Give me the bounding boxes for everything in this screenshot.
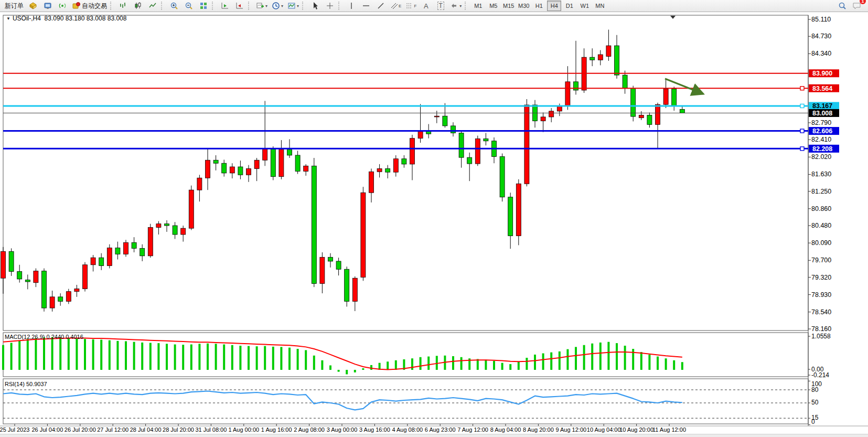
auto-trading-label: 自动交易: [82, 2, 107, 10]
svg-text:8 Aug 20:00: 8 Aug 20:00: [523, 427, 554, 433]
svg-text:80: 80: [811, 386, 819, 393]
zoom-out-icon[interactable]: [182, 0, 196, 12]
svg-text:82.410: 82.410: [811, 136, 831, 143]
svg-text:79.320: 79.320: [811, 274, 831, 281]
timeframe-H1[interactable]: H1: [532, 1, 546, 11]
chart-ohlc-values: 83.090 83.180 83.008 83.008: [45, 15, 127, 22]
svg-text:3 Aug 00:00: 3 Aug 00:00: [327, 427, 358, 433]
symbol-dropdown-icon[interactable]: ▼: [6, 16, 10, 21]
svg-text:7 Aug 12:00: 7 Aug 12:00: [457, 427, 488, 433]
timeframe-D1[interactable]: D1: [562, 1, 576, 11]
notification-badge: 1: [860, 0, 866, 4]
notifications-icon[interactable]: 1: [850, 0, 864, 12]
candle-chart-icon[interactable]: [131, 0, 145, 12]
chart-canvas[interactable]: 85.11084.73084.34082.79082.41082.02081.6…: [0, 0, 868, 437]
chevron-down-icon: ▾: [265, 4, 267, 8]
svg-text:84.730: 84.730: [811, 33, 831, 40]
svg-text:80.480: 80.480: [811, 222, 831, 229]
svg-text:31 Jul 08:00: 31 Jul 08:00: [195, 427, 227, 433]
fibonacci-icon-letter: F: [414, 4, 416, 8]
chevron-down-icon: ▾: [459, 4, 462, 8]
svg-text:6 Aug 23:00: 6 Aug 23:00: [425, 427, 456, 433]
new-chart-icon[interactable]: ▾: [254, 0, 269, 12]
new-order-button[interactable]: 新订单: [2, 0, 25, 12]
timeframe-M1[interactable]: M1: [471, 1, 485, 11]
fibonacci-icon[interactable]: F: [404, 0, 418, 12]
bar-chart-icon[interactable]: [116, 0, 130, 12]
svg-text:27 Jul 12:00: 27 Jul 12:00: [97, 427, 128, 433]
chevron-down-icon: ▾: [281, 4, 283, 8]
svg-text:1.0558: 1.0558: [811, 333, 831, 340]
svg-text:8 Aug 04:00: 8 Aug 04:00: [490, 427, 521, 433]
timeframe-M5[interactable]: M5: [486, 1, 500, 11]
svg-text:83.564: 83.564: [812, 85, 832, 92]
tile-windows-icon[interactable]: [197, 0, 210, 12]
svg-text:78.160: 78.160: [811, 325, 831, 333]
template-icon[interactable]: ▾: [286, 0, 301, 12]
svg-text:1 Aug 00:00: 1 Aug 00:00: [228, 427, 259, 433]
chevron-down-icon: ▾: [297, 4, 299, 8]
svg-text:81.630: 81.630: [811, 170, 831, 178]
svg-text:0: 0: [811, 418, 815, 425]
gold-cube-icon[interactable]: [26, 0, 40, 12]
svg-text:2 Aug 08:00: 2 Aug 08:00: [294, 427, 325, 433]
svg-text:-0.214: -0.214: [811, 371, 829, 379]
text-label-icon-letter: T: [437, 2, 444, 10]
chart-symbol: USOil-,H4: [13, 15, 41, 22]
svg-text:26 Jul 20:00: 26 Jul 20:00: [65, 427, 96, 433]
svg-text:81.250: 81.250: [811, 188, 831, 195]
svg-text:25 Jul 2023: 25 Jul 2023: [0, 427, 29, 433]
crosshair-icon[interactable]: [323, 0, 337, 12]
rsi-indicator-label: RSI(14) 50.9037: [5, 381, 47, 387]
svg-text:9 Aug 12:00: 9 Aug 12:00: [555, 427, 586, 433]
text-icon[interactable]: A: [419, 0, 433, 12]
trendline-icon[interactable]: [374, 0, 388, 12]
timeframe-H4[interactable]: H4: [547, 1, 561, 11]
new-order-label: 新订单: [5, 2, 24, 10]
svg-text:79.700: 79.700: [811, 257, 831, 264]
zoom-in-icon[interactable]: [167, 0, 181, 12]
svg-text:10 Aug 20:00: 10 Aug 20:00: [619, 427, 653, 433]
svg-text:10 Aug 04:00: 10 Aug 04:00: [587, 427, 621, 433]
svg-text:28 Jul 20:00: 28 Jul 20:00: [163, 427, 194, 433]
channel-icon-letter: E: [399, 4, 401, 8]
svg-text:85.110: 85.110: [811, 16, 831, 23]
signal-icon[interactable]: [56, 0, 69, 12]
cursor-icon[interactable]: [308, 0, 322, 12]
auto-scroll-icon[interactable]: [218, 0, 232, 12]
channel-icon[interactable]: E: [389, 0, 403, 12]
search-icon[interactable]: [835, 0, 849, 12]
toolbar-grip: [161, 2, 166, 10]
timeframe-W1[interactable]: W1: [577, 1, 592, 11]
svg-text:82.790: 82.790: [811, 119, 831, 126]
svg-text:83.900: 83.900: [812, 70, 832, 77]
svg-text:82.208: 82.208: [812, 145, 832, 153]
toolbar-grip: [302, 2, 307, 10]
svg-text:80.860: 80.860: [811, 205, 831, 212]
line-chart-icon[interactable]: [146, 0, 159, 12]
text-label-icon[interactable]: T: [434, 0, 447, 12]
auto-trading-button[interactable]: 自动交易: [70, 0, 109, 12]
toolbar-grip: [338, 2, 343, 10]
chart-shift-icon[interactable]: [233, 0, 247, 12]
timeframe-M30[interactable]: M30: [517, 1, 531, 11]
text-icon-letter: A: [424, 2, 428, 10]
timeframe-M15[interactable]: M15: [501, 1, 516, 11]
horizontal-line-icon[interactable]: [359, 0, 373, 12]
timeframe-MN[interactable]: MN: [593, 1, 607, 11]
svg-text:84.340: 84.340: [811, 50, 831, 57]
svg-text:11 Aug 12:00: 11 Aug 12:00: [652, 427, 686, 433]
svg-text:28 Jul 04:00: 28 Jul 04:00: [130, 427, 162, 433]
terminal-icon[interactable]: [41, 0, 55, 12]
vertical-line-icon[interactable]: [345, 0, 358, 12]
svg-text:82.020: 82.020: [811, 153, 831, 161]
svg-text:50: 50: [811, 399, 819, 406]
main-toolbar: 新订单 自动交易 ▾ ▾: [0, 0, 868, 12]
svg-text:80.090: 80.090: [811, 239, 831, 247]
svg-text:78.930: 78.930: [811, 291, 831, 299]
svg-text:4 Aug 08:00: 4 Aug 08:00: [392, 427, 423, 433]
period-clock-icon[interactable]: ▾: [270, 0, 285, 12]
toolbar-grip: [212, 2, 217, 10]
chart-title: ▼USOil-,H4 83.090 83.180 83.008 83.008: [6, 15, 126, 22]
shapes-icon[interactable]: ▾: [448, 0, 463, 12]
